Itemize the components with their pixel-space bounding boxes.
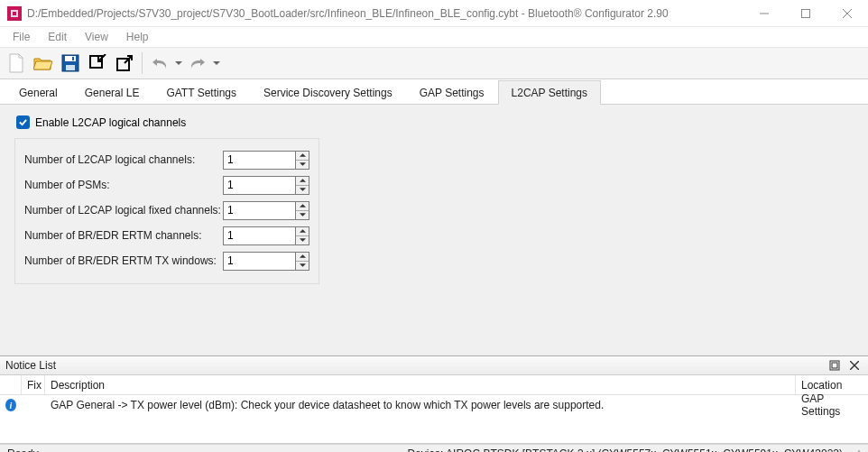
resize-grip-icon[interactable]	[848, 447, 861, 452]
spinner-up-icon[interactable]	[296, 253, 309, 262]
dock-float-button[interactable]	[826, 358, 843, 373]
notice-columns: Fix Description Location	[0, 375, 868, 395]
new-file-button[interactable]	[4, 51, 29, 76]
app-icon	[7, 6, 22, 21]
tab-general-le[interactable]: General LE	[71, 80, 153, 105]
undo-button[interactable]	[147, 51, 172, 76]
status-bar: Ready Device: AIROC BTSDK [BTSTACK 3.x] …	[0, 444, 868, 452]
tab-service-discovery-settings[interactable]: Service Discovery Settings	[250, 80, 406, 105]
svg-marker-21	[300, 238, 306, 242]
menu-view[interactable]: View	[76, 29, 117, 45]
label-psms: Number of PSMs:	[24, 179, 223, 191]
col-header-description[interactable]: Description	[45, 375, 796, 394]
menu-edit[interactable]: Edit	[39, 29, 76, 45]
menu-help[interactable]: Help	[117, 29, 158, 45]
svg-marker-14	[300, 153, 306, 157]
input-ertm-tx-windows[interactable]	[223, 252, 295, 271]
l2cap-settings-panel: Enable L2CAP logical channels Number of …	[0, 105, 868, 355]
svg-rect-25	[832, 363, 837, 368]
row-ertm-channels: Number of BR/EDR ERTM channels:	[24, 224, 309, 247]
tab-l2cap-settings[interactable]: L2CAP Settings	[498, 80, 602, 105]
notice-fix-cell	[22, 403, 45, 407]
tab-general[interactable]: General	[5, 80, 71, 105]
spinner-up-icon[interactable]	[296, 227, 309, 236]
menu-bar: File Edit View Help	[0, 27, 868, 47]
svg-rect-8	[66, 65, 75, 70]
window-title: D:/Embedded/Projects/S7V30_project/S7V30…	[27, 7, 743, 20]
redo-dropdown[interactable]	[212, 60, 221, 67]
toolbar-separator	[142, 52, 143, 74]
minimize-button[interactable]	[743, 0, 785, 26]
toolbar	[0, 47, 868, 79]
svg-rect-7	[65, 56, 76, 61]
spinner-ertm-tx-windows	[223, 252, 309, 271]
row-ertm-tx-windows: Number of BR/EDR ERTM TX windows:	[24, 249, 309, 272]
maximize-button[interactable]	[785, 0, 826, 26]
spinner-down-icon[interactable]	[296, 236, 309, 244]
spinner-fixed-channels	[223, 201, 309, 220]
svg-marker-16	[300, 179, 306, 182]
undo-dropdown[interactable]	[174, 60, 183, 67]
label-logical-channels: Number of L2CAP logical channels:	[24, 153, 223, 166]
l2cap-form-group: Number of L2CAP logical channels: Number…	[14, 138, 319, 284]
svg-rect-9	[72, 57, 74, 60]
input-logical-channels[interactable]	[223, 151, 295, 170]
input-psms[interactable]	[223, 176, 295, 195]
import-button[interactable]	[85, 51, 110, 76]
notice-description: GAP General -> TX power level (dBm): Che…	[45, 397, 796, 413]
close-panel-button[interactable]	[846, 358, 863, 373]
col-header-fix[interactable]: Fix	[22, 375, 45, 394]
menu-file[interactable]: File	[4, 29, 39, 45]
label-fixed-channels: Number of L2CAP logical fixed channels:	[24, 204, 223, 217]
spinner-down-icon[interactable]	[296, 211, 309, 219]
label-ertm-channels: Number of BR/EDR ERTM channels:	[24, 229, 223, 242]
redo-button[interactable]	[185, 51, 210, 76]
tab-gatt-settings[interactable]: GATT Settings	[152, 80, 250, 105]
save-button[interactable]	[58, 51, 83, 76]
notice-list-title: Notice List	[5, 359, 56, 372]
label-ertm-tx-windows: Number of BR/EDR ERTM TX windows:	[24, 254, 223, 267]
spinner-up-icon[interactable]	[296, 177, 309, 186]
open-file-button[interactable]	[31, 51, 56, 76]
svg-marker-19	[300, 213, 306, 217]
enable-l2cap-checkbox[interactable]	[16, 115, 30, 129]
row-fixed-channels: Number of L2CAP logical fixed channels:	[24, 198, 309, 222]
input-ertm-channels[interactable]	[223, 226, 295, 245]
svg-marker-22	[300, 254, 306, 258]
export-button[interactable]	[112, 51, 137, 76]
input-fixed-channels[interactable]	[223, 201, 295, 220]
svg-marker-20	[300, 229, 306, 233]
info-icon: i	[5, 399, 16, 411]
spinner-up-icon[interactable]	[296, 202, 309, 211]
svg-marker-12	[175, 61, 182, 65]
svg-marker-13	[213, 61, 220, 65]
svg-marker-18	[300, 204, 306, 208]
spinner-down-icon[interactable]	[296, 161, 309, 169]
svg-marker-23	[300, 263, 306, 267]
tab-strip: General General LE GATT Settings Service…	[0, 79, 868, 105]
svg-rect-1	[13, 12, 16, 15]
spinner-logical-channels	[223, 151, 309, 170]
notice-empty-area	[0, 415, 868, 444]
spinner-up-icon[interactable]	[296, 152, 309, 161]
spinner-ertm-channels	[223, 226, 309, 245]
row-logical-channels: Number of L2CAP logical channels:	[24, 148, 309, 171]
svg-marker-17	[300, 188, 306, 191]
notice-severity-icon: i	[0, 397, 22, 413]
notice-row[interactable]: i GAP General -> TX power level (dBm): C…	[0, 395, 868, 415]
col-header-icon[interactable]	[0, 375, 22, 394]
row-psms: Number of PSMs:	[24, 173, 309, 197]
status-ready: Ready	[7, 447, 39, 452]
enable-l2cap-label: Enable L2CAP logical channels	[35, 116, 186, 129]
notice-list-header: Notice List	[0, 355, 868, 375]
spinner-down-icon[interactable]	[296, 262, 309, 270]
window-controls	[743, 0, 868, 26]
tab-gap-settings[interactable]: GAP Settings	[406, 80, 498, 105]
close-button[interactable]	[826, 0, 868, 26]
notice-location: GAP Settings	[796, 391, 868, 420]
title-bar: D:/Embedded/Projects/S7V30_project/S7V30…	[0, 0, 868, 27]
svg-marker-15	[300, 162, 306, 166]
svg-rect-3	[802, 9, 810, 17]
spinner-down-icon[interactable]	[296, 186, 309, 194]
status-device: Device: AIROC BTSDK [BTSTACK 3.x] (CYW55…	[407, 447, 843, 452]
